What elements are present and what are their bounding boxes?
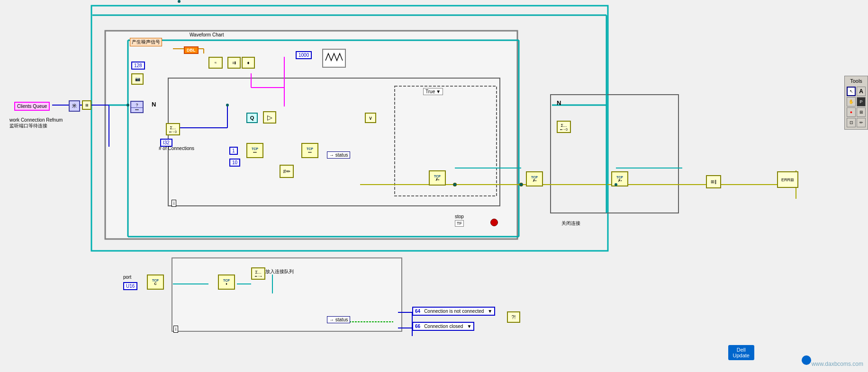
tool-row-1: ↖ A <box>847 87 866 96</box>
tcp-block-1: TCP ▪▪▪ <box>246 143 263 158</box>
node-5 <box>615 183 617 186</box>
iter-i-bottom: i <box>173 326 178 333</box>
connector-block: ⊞ <box>82 100 91 110</box>
sigma-block-right: Σ...▪▪→0 <box>557 121 571 133</box>
true-dropdown[interactable]: True ▼ <box>423 88 443 95</box>
vi-block-2: ⇉ <box>227 57 241 69</box>
status-label: → status <box>327 151 350 159</box>
num-1[interactable]: 1 <box>229 147 238 155</box>
connections-label: # of Connections <box>159 146 194 151</box>
port-label: port <box>123 275 131 280</box>
network-connection-label: work Connection Refnum 监听端口等待连接 <box>9 117 63 129</box>
extra-tool1[interactable]: ⊡ <box>847 118 856 127</box>
question-error-block: ?! <box>507 311 520 323</box>
node-4 <box>520 183 523 186</box>
num-10[interactable]: 10 <box>229 159 240 167</box>
num-66: 66 <box>415 324 420 329</box>
n-label-right: N <box>557 99 561 106</box>
tcp-block-3: TCP ✗▪ <box>429 170 446 186</box>
comparator-block: ▷ <box>263 111 276 124</box>
tools-title: Tools <box>847 78 866 84</box>
queue-element: 米 <box>69 100 80 112</box>
camera-block: 📷 <box>131 73 144 85</box>
tool-row-4: ⊡ ✏ <box>847 118 866 127</box>
noise-signal-label: 产生噪声信号 <box>130 38 162 46</box>
node-6 <box>178 0 181 3</box>
node-3 <box>453 183 456 186</box>
tcp-block-2: TCP ▪▪▪ <box>301 143 318 158</box>
sigma-block-bottom: Σ...▪▪→▪ <box>251 267 265 280</box>
stop-label: stop <box>455 214 464 219</box>
put-in-queue-label: 放入连接队列 <box>265 268 294 275</box>
svg-rect-4 <box>551 95 678 213</box>
scroll-tool[interactable]: ⊞ <box>857 107 866 117</box>
tools-panel: Tools ↖ A ✋ P ● ⊞ ⊡ ✏ <box>844 76 868 130</box>
error-right-1: ⊞‖ <box>706 175 721 188</box>
waveform-chart-label: Waveform Chart <box>190 32 224 37</box>
connection-closed-box: 66 Connection closed ▼ <box>412 322 474 331</box>
node-2 <box>226 104 229 106</box>
dell-update-area: Dell Update <box>802 355 811 365</box>
waveform-block <box>322 49 346 68</box>
clients-queue-label: Clients Queue <box>14 102 50 111</box>
color-tool[interactable]: ● <box>847 107 856 117</box>
iter-i: i <box>172 200 176 207</box>
connect-tool[interactable]: ✋ <box>847 97 856 106</box>
u16-box[interactable]: U16 <box>123 282 137 290</box>
dbl-block: DBL <box>184 46 199 54</box>
probe-tool[interactable]: P <box>857 97 866 106</box>
dell-update-button[interactable]: Dell Update <box>728 345 754 360</box>
tool-row-2: ✋ P <box>847 97 866 106</box>
tcp-block-bottom-2: TCP ♦ <box>218 275 235 290</box>
v-block: ∨ <box>365 113 376 123</box>
n-label: N <box>152 101 156 108</box>
node-1 <box>127 104 129 106</box>
num-64: 64 <box>415 309 420 314</box>
tcp-block-4: TCP ✗▪ <box>526 171 543 186</box>
extra-tool2[interactable]: ✏ <box>857 118 866 127</box>
arrow-tool[interactable]: ↖ <box>847 87 856 96</box>
text-tool[interactable]: A <box>857 87 866 96</box>
stop-indicator[interactable] <box>490 219 498 226</box>
status-label-bottom: → status <box>327 316 350 323</box>
connection-not-connected-box: 64 Connection is not connected ▼ <box>412 307 495 316</box>
tcp-block-5: TCP ✗▪ <box>611 171 628 186</box>
pencil-block: #✏ <box>280 165 294 178</box>
error-right-2: ERR⊞ <box>777 171 798 188</box>
dell-icon <box>802 355 811 365</box>
num-1000[interactable]: 1000 <box>296 51 312 59</box>
vi-block-3: ♦ <box>242 57 255 69</box>
question-block: ?▪▪▪ <box>130 101 144 113</box>
watermark: www.daxbcoms.com <box>812 361 863 367</box>
close-connection-label: 关闭连接 <box>561 220 580 227</box>
num-128[interactable]: 128 <box>131 62 145 70</box>
tcp-block-bottom-1: TCP C <box>147 275 164 290</box>
tf-box: TF <box>455 220 464 227</box>
svg-rect-2 <box>168 78 500 206</box>
tool-row-3: ● ⊞ <box>847 107 866 117</box>
sigma-block: Σ...▪▪→0 <box>166 123 180 135</box>
q-block: Q <box>246 113 258 123</box>
vi-block-1: ≈ <box>208 57 223 69</box>
